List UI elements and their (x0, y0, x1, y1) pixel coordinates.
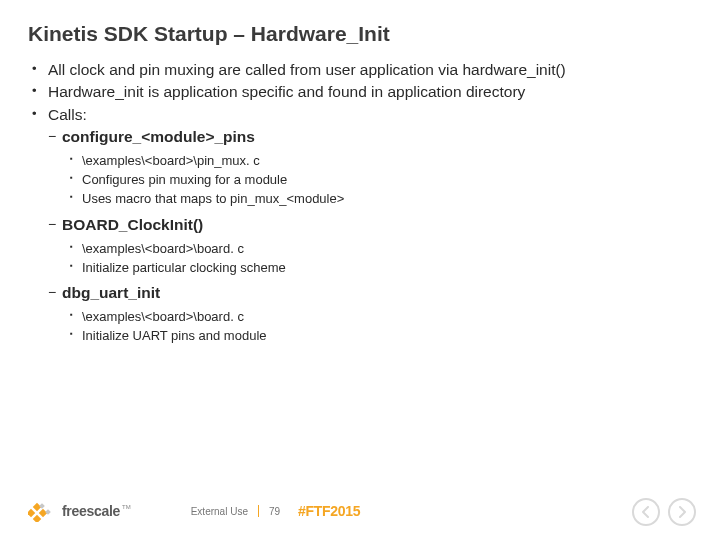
nav-controls (632, 498, 696, 526)
brand-text-wrap: freescale TM (62, 503, 131, 519)
sub-sub-item: Configures pin muxing for a module (70, 171, 692, 190)
sub-sub-item: Initialize UART pins and module (70, 327, 692, 346)
bullet-item: Hardware_init is application specific an… (32, 82, 692, 102)
bullet-item: Calls: configure_<module>_pins \examples… (32, 105, 692, 346)
sub-item-label: dbg_uart_init (62, 284, 160, 301)
page-number: 79 (269, 506, 280, 517)
freescale-logo-icon (28, 500, 56, 522)
prev-button[interactable] (632, 498, 660, 526)
sub-sub-item: Uses macro that maps to pin_mux_<module> (70, 190, 692, 209)
footer-meta: External Use 79 #FTF2015 (191, 503, 361, 519)
svg-rect-3 (39, 509, 47, 517)
svg-rect-2 (33, 515, 41, 522)
hashtag: #FTF2015 (298, 503, 360, 519)
sub-sub-item: Initialize particular clocking scheme (70, 259, 692, 278)
svg-rect-1 (33, 503, 41, 511)
slide-title: Kinetis SDK Startup – Hardware_Init (28, 22, 692, 46)
slide: Kinetis SDK Startup – Hardware_Init All … (0, 0, 720, 540)
usage-label: External Use (191, 506, 248, 517)
svg-rect-0 (28, 509, 35, 517)
sub-sub-list: \examples\<board>\board. c Initialize pa… (62, 240, 692, 278)
sub-item: dbg_uart_init \examples\<board>\board. c… (48, 283, 692, 346)
sub-sub-item: \examples\<board>\board. c (70, 240, 692, 259)
bullet-list: All clock and pin muxing are called from… (28, 60, 692, 346)
brand-logo: freescale TM (28, 500, 131, 522)
sub-item: configure_<module>_pins \examples\<board… (48, 127, 692, 208)
sub-item-label: BOARD_ClockInit() (62, 216, 203, 233)
sub-sub-list: \examples\<board>\pin_mux. c Configures … (62, 152, 692, 209)
sub-sub-item: \examples\<board>\pin_mux. c (70, 152, 692, 171)
sub-sub-item: \examples\<board>\board. c (70, 308, 692, 327)
next-button[interactable] (668, 498, 696, 526)
trademark: TM (122, 503, 131, 510)
chevron-left-icon (641, 506, 651, 518)
brand-name: freescale (62, 503, 120, 519)
divider (258, 505, 259, 517)
footer: freescale TM External Use 79 #FTF2015 (0, 482, 720, 540)
sub-item: BOARD_ClockInit() \examples\<board>\boar… (48, 215, 692, 278)
sub-item-label: configure_<module>_pins (62, 128, 255, 145)
bullet-text: Calls: (48, 106, 87, 123)
sub-list: configure_<module>_pins \examples\<board… (48, 127, 692, 346)
chevron-right-icon (677, 506, 687, 518)
sub-sub-list: \examples\<board>\board. c Initialize UA… (62, 308, 692, 346)
bullet-item: All clock and pin muxing are called from… (32, 60, 692, 80)
